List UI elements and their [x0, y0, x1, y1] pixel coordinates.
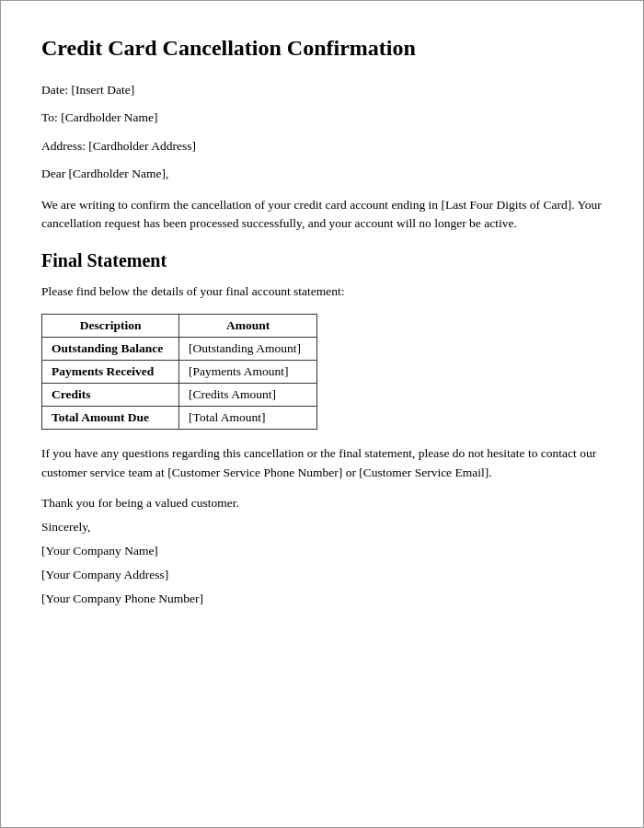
table-cell-amount: [Credits Amount]	[179, 383, 317, 406]
col-header-description: Description	[42, 314, 179, 337]
col-header-amount: Amount	[179, 314, 317, 337]
table-cell-description: Credits	[42, 383, 179, 406]
company-phone: [Your Company Phone Number]	[41, 592, 603, 606]
address-line: Address: [Cardholder Address]	[41, 137, 603, 155]
table-cell-amount: [Outstanding Amount]	[179, 337, 317, 360]
company-name: [Your Company Name]	[41, 544, 603, 558]
document-container: Credit Card Cancellation Confirmation Da…	[0, 0, 644, 828]
table-row: Credits[Credits Amount]	[42, 383, 317, 406]
thank-you-text: Thank you for being a valued customer.	[41, 496, 603, 511]
salutation: Dear [Cardholder Name],	[41, 165, 603, 183]
table-row: Payments Received[Payments Amount]	[42, 360, 317, 383]
date-line: Date: [Insert Date]	[41, 81, 603, 99]
table-cell-description: Total Amount Due	[42, 406, 179, 429]
sincerely-text: Sincerely,	[41, 520, 603, 535]
contact-paragraph: If you have any questions regarding this…	[41, 444, 603, 483]
table-cell-description: Outstanding Balance	[42, 337, 179, 360]
table-cell-amount: [Total Amount]	[179, 406, 317, 429]
table-row: Total Amount Due[Total Amount]	[42, 406, 317, 429]
table-cell-description: Payments Received	[42, 360, 179, 383]
intro-paragraph: We are writing to confirm the cancellati…	[41, 196, 603, 234]
statement-table: Description Amount Outstanding Balance[O…	[41, 314, 317, 430]
company-address: [Your Company Address]	[41, 568, 603, 582]
section-heading: Final Statement	[41, 250, 603, 271]
table-row: Outstanding Balance[Outstanding Amount]	[42, 337, 317, 360]
table-cell-amount: [Payments Amount]	[179, 360, 317, 383]
document-title: Credit Card Cancellation Confirmation	[41, 34, 603, 63]
to-line: To: [Cardholder Name]	[41, 109, 603, 127]
section-intro: Please find below the details of your fi…	[41, 282, 603, 301]
